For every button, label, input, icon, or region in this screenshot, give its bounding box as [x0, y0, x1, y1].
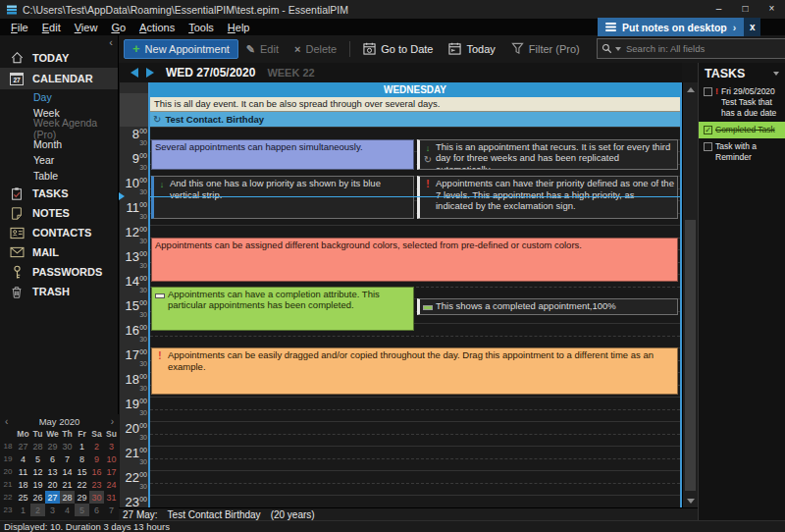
mini-calendar-day[interactable]: 6: [45, 452, 60, 465]
search-scope-dropdown-icon[interactable]: [615, 47, 621, 51]
mini-calendar-day[interactable]: 31: [104, 491, 119, 504]
mini-calendar-day[interactable]: 17: [104, 465, 119, 478]
mini-calendar-day[interactable]: 15: [75, 465, 89, 478]
menu-go[interactable]: Go: [104, 22, 132, 33]
mini-calendar-day[interactable]: 30: [60, 440, 75, 452]
edit-button[interactable]: ✎Edit: [238, 40, 287, 59]
task-completed[interactable]: ✓Completed Task: [699, 122, 785, 138]
mini-calendar-day[interactable]: 11: [16, 465, 30, 478]
mini-calendar-day[interactable]: 2: [89, 440, 104, 452]
notes-banner-close-button[interactable]: x: [744, 18, 760, 36]
menu-tools[interactable]: Tools: [182, 22, 221, 33]
mini-calendar-day[interactable]: 3: [104, 440, 119, 452]
mini-calendar-day[interactable]: 28: [60, 491, 75, 504]
mini-calendar-day[interactable]: 5: [75, 504, 89, 516]
sidebar-item-week-agenda-pro-[interactable]: Week Agenda (Pro): [0, 121, 118, 136]
high-priority-appointment[interactable]: !Appointments can have their priority de…: [417, 176, 678, 219]
scrollbar-thumb[interactable]: [685, 220, 696, 491]
mini-calendar-day[interactable]: 8: [75, 452, 89, 465]
low-priority-appointment[interactable]: ↓And this one has a low priority as show…: [151, 176, 414, 219]
notes-banner[interactable]: Put notes on desktop › x: [598, 18, 760, 36]
colored-appointment[interactable]: Appointments can be assigned different b…: [151, 238, 678, 283]
sidebar-item-notes[interactable]: NOTES: [0, 203, 118, 223]
mini-calendar-day[interactable]: 13: [45, 465, 60, 478]
notes-banner-button[interactable]: Put notes on desktop ›: [598, 18, 744, 36]
mini-calendar-day[interactable]: 24: [104, 478, 119, 491]
sidebar-item-tasks[interactable]: TASKS: [0, 184, 118, 203]
sidebar-item-contacts[interactable]: CONTACTS: [0, 223, 118, 242]
mini-calendar-day[interactable]: 14: [60, 465, 75, 478]
mini-calendar-day[interactable]: 4: [16, 452, 30, 465]
mini-calendar-day[interactable]: 10: [104, 452, 119, 465]
mini-calendar-day[interactable]: 27: [16, 440, 30, 452]
filter-button[interactable]: Filter (Pro): [503, 39, 588, 60]
all-day-event[interactable]: This is all day event. It can be also sp…: [150, 97, 680, 112]
time-grid-row[interactable]: [150, 421, 680, 446]
checkbox-unchecked-icon[interactable]: [704, 142, 712, 151]
time-grid-row[interactable]: [150, 397, 680, 421]
draggable-appointment[interactable]: !Appointments can be easily dragged and/…: [151, 347, 678, 395]
recurring-appointment[interactable]: ↓↻This is an appointment that recurs. It…: [417, 139, 678, 170]
checkbox-unchecked-icon[interactable]: [704, 87, 712, 96]
mini-calendar-day[interactable]: 25: [16, 491, 30, 504]
mini-calendar-day[interactable]: 3: [45, 504, 60, 516]
mini-calendar-day[interactable]: 26: [30, 491, 45, 504]
scroll-down-icon[interactable]: [683, 494, 699, 507]
mini-calendar-day[interactable]: 12: [30, 465, 45, 478]
sidebar-item-mail[interactable]: MAIL: [0, 242, 118, 262]
menu-file[interactable]: File: [4, 22, 35, 33]
go-to-date-button[interactable]: Go to Date: [355, 39, 441, 60]
sidebar-collapse-icon[interactable]: ‹: [109, 36, 113, 48]
menu-actions[interactable]: Actions: [132, 22, 182, 33]
sidebar-item-year[interactable]: Year: [0, 152, 118, 168]
time-grid-row[interactable]: [150, 446, 680, 470]
mini-calendar-day[interactable]: 18: [16, 478, 30, 491]
mini-calendar-day[interactable]: 29: [45, 440, 60, 452]
mini-calendar-day[interactable]: 27: [45, 491, 60, 504]
completion-appointment[interactable]: Appointments can have a completion attri…: [151, 287, 414, 332]
sidebar-item-trash[interactable]: TRASH: [0, 282, 118, 301]
time-grid-row[interactable]: [150, 495, 680, 507]
mini-calendar-day[interactable]: 20: [45, 478, 60, 491]
delete-button[interactable]: ×Delete: [287, 40, 344, 58]
prev-day-icon[interactable]: [131, 68, 138, 78]
task-reminder[interactable]: Task with a Reminder: [699, 138, 785, 166]
mini-calendar-day[interactable]: 4: [60, 504, 75, 516]
mini-calendar-day[interactable]: 1: [75, 440, 89, 452]
sidebar-item-day[interactable]: Day: [0, 89, 118, 105]
sidebar-item-table[interactable]: Table: [0, 168, 118, 184]
sidebar-item-today[interactable]: TODAY: [0, 48, 118, 68]
new-appointment-button[interactable]: +New Appointment: [124, 39, 238, 59]
mini-calendar-day[interactable]: 7: [104, 504, 119, 516]
simultaneous-appointment[interactable]: Several appointments can happen simultan…: [151, 139, 414, 170]
menu-view[interactable]: View: [68, 22, 105, 33]
mini-calendar-day[interactable]: 16: [89, 465, 104, 478]
sidebar-item-passwords[interactable]: PASSWORDS: [0, 262, 118, 282]
mini-calendar-day[interactable]: 7: [60, 452, 75, 465]
tasks-panel-menu-icon[interactable]: [773, 72, 779, 76]
mini-calendar-day[interactable]: 28: [30, 440, 45, 452]
search-input[interactable]: [624, 42, 785, 55]
mini-calendar-day[interactable]: 2: [30, 504, 45, 516]
time-grid-row[interactable]: [150, 470, 680, 495]
checkbox-checked-icon[interactable]: ✓: [704, 126, 712, 134]
search-box[interactable]: [597, 38, 785, 59]
mini-calendar-day[interactable]: 30: [89, 491, 104, 504]
menu-edit[interactable]: Edit: [35, 22, 68, 33]
mini-calendar-day[interactable]: 19: [30, 478, 45, 491]
scroll-up-icon[interactable]: [683, 82, 699, 96]
mini-calendar-day[interactable]: 21: [60, 478, 75, 491]
mini-calendar-day[interactable]: 23: [89, 478, 104, 491]
mini-calendar-day[interactable]: 9: [89, 452, 104, 465]
next-day-icon[interactable]: [146, 68, 154, 78]
close-button[interactable]: ×: [759, 0, 785, 19]
maximize-button[interactable]: □: [732, 0, 759, 19]
mini-calendar-day[interactable]: 1: [16, 504, 30, 516]
sidebar-item-calendar[interactable]: 27CALENDAR: [0, 68, 118, 89]
mini-calendar-next-icon[interactable]: ›: [111, 416, 114, 427]
birthday-event[interactable]: ↻ Test Contact. Birthday: [150, 112, 680, 127]
mini-calendar-day[interactable]: 6: [89, 504, 104, 516]
mini-calendar-day[interactable]: 22: [75, 478, 89, 491]
menu-help[interactable]: Help: [221, 22, 257, 33]
vertical-scrollbar[interactable]: [682, 82, 698, 507]
